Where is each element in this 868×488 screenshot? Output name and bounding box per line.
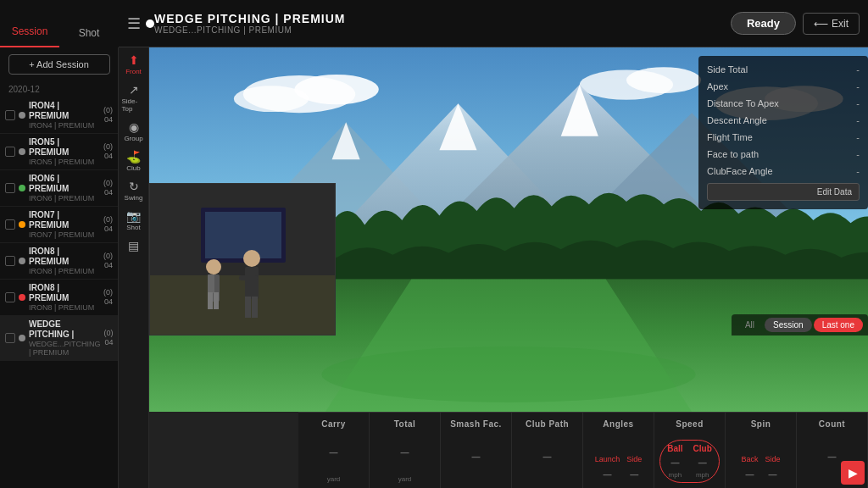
data-row-clubface-angle: ClubFace Angle - — [698, 163, 868, 180]
session-dot — [19, 148, 25, 155]
spin-label: Spin — [751, 419, 771, 429]
side-spin-subgroup: Side – — [765, 455, 781, 483]
filter-tab-lastone[interactable]: Last one — [814, 318, 863, 332]
checkbox[interactable] — [5, 292, 15, 302]
sidebar-icon-swing[interactable]: ↻ Swing — [120, 177, 147, 205]
front-icon: ⬆ — [129, 54, 139, 66]
sidebar-icon-club[interactable]: ⛳ Club — [120, 147, 147, 175]
video-persons-svg — [150, 183, 335, 335]
data-row-side-total: Side Total - — [698, 61, 868, 78]
hamburger-icon[interactable]: ☰ — [127, 14, 141, 33]
smash-value: – — [471, 447, 480, 465]
checkbox[interactable] — [5, 333, 15, 343]
video-overlay — [149, 183, 336, 336]
exit-arrow-icon: ⟵ — [814, 18, 828, 30]
club-path-value: – — [542, 447, 551, 465]
sidebar-icon-front[interactable]: ⬆ Front — [120, 51, 147, 79]
speed-subgroups: Ball – mph Club – mph — [659, 440, 720, 483]
side-angle-value: – — [630, 465, 638, 483]
session-dot — [19, 258, 25, 264]
left-sidebar: + Add Session 2020-12 IRON4 | PREMIUM IR… — [0, 47, 119, 488]
carry-unit: yard — [327, 475, 341, 483]
session-dot — [19, 294, 25, 301]
sidebar-icon-shot[interactable]: 📷 Shot — [120, 207, 147, 235]
svg-rect-18 — [150, 275, 335, 335]
sidebar-icon-group[interactable]: ◉ Group — [120, 118, 147, 146]
data-row-descent-angle: Descent Angle - — [698, 112, 868, 129]
svg-rect-28 — [239, 275, 258, 280]
list-item[interactable]: IRON5 | PREMIUM IRON5 | PREMIUM (0)04 — [0, 134, 118, 170]
list-item[interactable]: IRON7 | PREMIUM IRON7 | PREMIUM (0)04 — [0, 207, 118, 243]
session-text: IRON5 | PREMIUM IRON5 | PREMIUM — [29, 137, 100, 166]
angles-subgroups: Launch – Side – — [587, 455, 650, 483]
top-bar-right: Ready ⟵ Exit — [731, 12, 860, 35]
session-tabs: Session Shot — [0, 0, 119, 47]
course-dot — [146, 19, 154, 28]
count-label: Count — [819, 419, 845, 429]
filter-tab-all[interactable]: All — [737, 318, 763, 332]
stat-group-angles: Angles Launch – Side – — [583, 413, 654, 488]
stats-bar: Carry – yard Total – yard Smash Fac. – C… — [298, 412, 868, 488]
checkbox[interactable] — [5, 147, 15, 157]
edit-data-button[interactable]: Edit Data — [707, 183, 860, 201]
checkbox[interactable] — [5, 219, 15, 230]
exit-button[interactable]: ⟵ Exit — [803, 13, 860, 35]
total-value: – — [400, 443, 409, 461]
list-item[interactable]: IRON8 | PREMIUM IRON8 | PREMIUM (0)04 — [0, 243, 118, 280]
session-text: IRON8 | PREMIUM IRON8 | PREMIUM — [29, 247, 100, 275]
sidebar-icon-menu[interactable]: ▤ — [120, 236, 147, 255]
side-spin-value: – — [769, 465, 777, 483]
checkbox[interactable] — [5, 110, 15, 120]
list-item[interactable]: IRON6 | PREMIUM IRON6 | PREMIUM (0)04 — [0, 170, 118, 207]
right-data-panel: Side Total - Apex - Distance To Apex - D… — [698, 56, 868, 209]
ball-speed-unit: mph — [669, 471, 682, 479]
camera-button[interactable]: ▶ — [841, 461, 865, 485]
svg-rect-27 — [245, 267, 259, 299]
stat-group-smash: Smash Fac. – — [441, 413, 512, 488]
club-path-label: Club Path — [526, 419, 569, 429]
checkbox[interactable] — [5, 183, 15, 193]
svg-point-16 — [321, 347, 695, 402]
shot-icon: 📷 — [126, 210, 141, 222]
group-icon: ◉ — [129, 121, 139, 133]
checkbox[interactable] — [5, 256, 15, 266]
side-spin-label: Side — [765, 455, 781, 463]
tab-session[interactable]: Session — [0, 19, 59, 47]
filter-tabs: All Session Last one — [732, 314, 868, 336]
tab-shot[interactable]: Shot — [59, 20, 119, 47]
svg-point-3 — [234, 86, 309, 112]
smash-label: Smash Fac. — [450, 419, 502, 429]
top-bar: Session Shot ☰ WEDGE PITCHING | PREMIUM … — [0, 0, 868, 47]
golf-view: All Session Last one Side Total - Apex -… — [149, 47, 868, 412]
camera-icon: ▶ — [849, 466, 858, 480]
side-top-icon: ↗ — [129, 84, 139, 96]
list-item[interactable]: IRON4 | PREMIUM IRON4 | PREMIUM (0)04 — [0, 97, 118, 134]
add-session-button[interactable]: + Add Session — [8, 54, 110, 75]
ball-speed-item: Ball – mph — [667, 444, 682, 479]
list-item[interactable]: IRON8 | PREMIUM IRON8 | PREMIUM (0)04 — [0, 280, 118, 316]
back-spin-value: – — [745, 465, 754, 483]
speed-label: Speed — [676, 419, 704, 429]
session-dot — [19, 335, 25, 341]
year-label: 2020-12 — [0, 81, 118, 97]
course-subtitle: WEDGE...PITCHING | PREMIUM — [154, 25, 345, 35]
session-text: IRON8 | PREMIUM IRON8 | PREMIUM — [29, 283, 100, 312]
data-row-face-to-path: Face to path - — [698, 146, 868, 163]
ready-button[interactable]: Ready — [731, 12, 796, 35]
back-spin-label: Back — [741, 455, 758, 463]
filter-tab-session[interactable]: Session — [765, 318, 812, 332]
club-speed-label: Club — [693, 444, 712, 453]
session-text: IRON6 | PREMIUM IRON6 | PREMIUM — [29, 174, 100, 202]
launch-label: Launch — [595, 455, 620, 463]
session-dot — [19, 112, 25, 119]
svg-point-5 — [626, 67, 701, 93]
sidebar-icon-side-top[interactable]: ↗ Side-Top — [120, 80, 147, 116]
stat-group-speed: Speed Ball – mph Club – mph — [654, 413, 726, 488]
swing-icon: ↻ — [129, 180, 139, 192]
svg-rect-29 — [245, 297, 251, 318]
list-item[interactable]: WEDGE PITCHING | WEDGE...PITCHING | PREM… — [0, 316, 118, 361]
video-background — [150, 184, 335, 335]
count-value: – — [827, 447, 836, 465]
data-row-flight-time: Flight Time - — [698, 129, 868, 146]
spin-subgroups: Back – Side – — [729, 455, 793, 483]
